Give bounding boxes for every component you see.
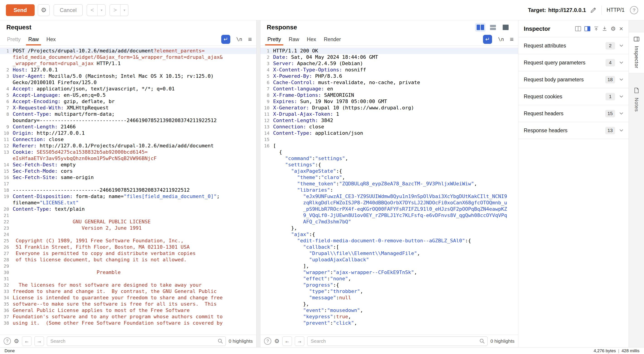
code-line: 29	[0, 263, 256, 269]
response-tab-raw[interactable]: Raw	[285, 36, 303, 45]
inspector-layout-filled-icon[interactable]	[584, 26, 590, 31]
inspector-settings-icon[interactable]: ⚙	[610, 26, 616, 32]
search-settings-icon[interactable]: ⚙	[14, 338, 19, 344]
search-settings-icon[interactable]: ⚙	[274, 338, 280, 344]
response-editor[interactable]: 1HTTP/1.1 200 OK2Date: Sat, 04 May 2024 …	[260, 46, 518, 335]
panel-splitter[interactable]	[256, 20, 260, 347]
code-line: "message":null	[260, 295, 518, 301]
section-count-badge: 1	[606, 93, 615, 100]
response-tab-pretty[interactable]: Pretty	[264, 36, 285, 45]
request-editor[interactable]: 1POST /Projects/drupal-10.2.6/media/add/…	[0, 46, 256, 335]
code-line: 5Accept-Language: en-US,en;q=0.5	[0, 92, 256, 98]
line-number: 6	[0, 98, 13, 105]
help-icon[interactable]: ?	[630, 6, 638, 14]
code-line: "eJx9UNFuwzAI_CE3-YZ9SUUIWdmw8Qyu1n19nSp…	[260, 193, 518, 200]
code-text: eIsHfaaETVr3av95yvbqQhzn0kom1P5wPcNSqB2V…	[13, 155, 256, 162]
line-number: 4	[0, 86, 13, 92]
code-line: "effect":"none",	[260, 276, 518, 282]
line-number: 2	[0, 67, 13, 73]
code-line: "libraries":	[260, 187, 518, 193]
layout-rows-button[interactable]	[488, 23, 498, 32]
next-match-button[interactable]: →	[34, 336, 44, 346]
search-help-icon[interactable]: ?	[264, 338, 271, 345]
code-line: AFQ_c7md3shm7bQ"	[260, 219, 518, 225]
line-number	[0, 60, 13, 67]
http-version-selector[interactable]: HTTP/1	[607, 7, 624, 13]
code-line: ],	[260, 263, 518, 269]
cancel-button[interactable]: Cancel	[54, 4, 83, 16]
line-number: 24	[0, 231, 13, 238]
code-line: 31	[0, 276, 256, 282]
request-tab-hex[interactable]: Hex	[42, 36, 60, 45]
prev-match-button[interactable]: ←	[282, 336, 292, 346]
request-tab-raw[interactable]: Raw	[24, 36, 42, 45]
code-text: Cookie: SESS05d4275ca1538832b5ab92000bcd…	[13, 149, 256, 155]
code-text: Content-Length: 3842	[273, 117, 518, 124]
show-newlines-toggle[interactable]: \n	[236, 36, 242, 42]
code-text: Content-Type: application/json	[273, 130, 518, 136]
code-text: Expires: Sun, 19 Nov 1978 05:00:00 GMT	[273, 98, 518, 105]
expand-all-icon[interactable]	[602, 26, 607, 31]
request-search-input[interactable]	[47, 336, 226, 346]
forward-arrow-icon[interactable]: >	[110, 4, 120, 16]
code-text: Sec-Fetch-Dest: empty	[13, 162, 256, 168]
layout-single-button[interactable]	[500, 23, 511, 32]
inspector-section-request-query-parameters[interactable]: Request query parameters4	[518, 54, 628, 71]
layout-columns-button[interactable]	[475, 23, 486, 32]
strip-tab-notes[interactable]: Notes	[629, 83, 644, 116]
word-wrap-toggle[interactable]: ↵	[221, 35, 230, 44]
edit-target-pencil-icon[interactable]	[590, 7, 596, 13]
inspector-section-request-attributes[interactable]: Request attributes2	[518, 37, 628, 54]
code-line: 16Sec-Fetch-Site: same-origin	[0, 174, 256, 180]
request-search-bar: ? ⚙ ← → 0 highlights	[0, 335, 256, 347]
code-line: 15	[260, 136, 518, 143]
history-back-split-button[interactable]: < ▾	[87, 4, 106, 16]
response-tab-render[interactable]: Render	[320, 36, 345, 45]
collapse-all-icon[interactable]	[594, 26, 599, 31]
inspector-section-response-headers[interactable]: Response headers13	[518, 122, 628, 139]
line-number: 12	[260, 117, 273, 124]
response-size: 4,276 bytes	[594, 348, 616, 353]
code-text: of this license document, but changing i…	[13, 257, 256, 263]
search-help-icon[interactable]: ?	[4, 338, 11, 345]
line-number: 18	[0, 187, 13, 193]
response-search-input[interactable]	[307, 336, 487, 346]
inspector-layout-outline-icon[interactable]	[575, 26, 581, 31]
code-line: "theme_token":"ZQDBULqR8_eypZ8eA78_8azcT…	[260, 180, 518, 187]
editor-menu-icon[interactable]: ≡	[510, 36, 514, 43]
send-button[interactable]: Send	[6, 4, 35, 16]
code-text: freedom to share and change it. By contr…	[13, 288, 256, 295]
code-line: 4X-Content-Type-Options: nosniff	[260, 67, 518, 73]
request-settings-button[interactable]: ⚙	[38, 4, 50, 16]
code-line: "callback":[	[260, 244, 518, 250]
response-tab-hex[interactable]: Hex	[303, 36, 320, 45]
back-arrow-icon[interactable]: <	[87, 4, 97, 16]
inspector-header: Inspector ⚙ ×	[518, 20, 628, 37]
forward-dropdown-caret-icon[interactable]: ▾	[120, 4, 128, 16]
inspector-section-request-body-parameters[interactable]: Request body parameters18	[518, 71, 628, 88]
line-number: 5	[0, 92, 13, 98]
show-newlines-toggle[interactable]: \n	[498, 36, 504, 42]
strip-tab-inspector[interactable]: Inspector	[629, 32, 644, 73]
request-panel: Request PrettyRawHex ↵ \n ≡ 1POST /Proje…	[0, 20, 256, 347]
line-number	[260, 250, 273, 257]
code-text: General Public License applies to most o…	[13, 307, 256, 314]
prev-match-button[interactable]: ←	[22, 336, 32, 346]
history-forward-split-button[interactable]: > ▾	[110, 4, 128, 16]
line-number: 6	[260, 79, 273, 86]
next-match-button[interactable]: →	[295, 336, 304, 346]
back-dropdown-caret-icon[interactable]: ▾	[98, 4, 105, 16]
line-number	[260, 168, 273, 174]
inspector-section-request-headers[interactable]: Request headers15	[518, 105, 628, 122]
word-wrap-toggle[interactable]: ↵	[483, 35, 492, 44]
code-text: "ajax":{	[273, 231, 518, 238]
wrap-icon: ↵	[224, 36, 228, 42]
inspector-panel-icon	[634, 37, 639, 42]
close-icon[interactable]: ×	[619, 25, 623, 32]
inspector-section-request-cookies[interactable]: Request cookies1	[518, 88, 628, 105]
editor-menu-icon[interactable]: ≡	[248, 36, 252, 43]
status-bar: Done 4,276 bytes | 428 millis	[0, 347, 644, 354]
line-number: 4	[260, 67, 273, 73]
code-text: field_media_document/widget/0&ajax_form=…	[13, 54, 256, 60]
section-label: Response headers	[524, 128, 605, 134]
